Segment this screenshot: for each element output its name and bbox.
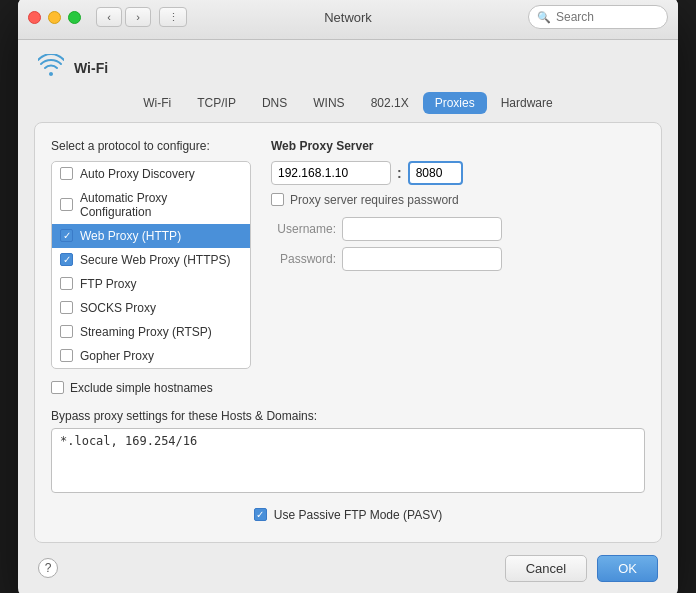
nav-buttons: ‹ ›	[96, 7, 151, 27]
exclude-row: Exclude simple hostnames	[51, 381, 251, 395]
bypass-title: Bypass proxy settings for these Hosts & …	[51, 409, 645, 423]
close-button[interactable]	[28, 11, 41, 24]
checkbox-exclude-hostnames[interactable]	[51, 381, 64, 394]
proxy-server-row: :	[271, 161, 645, 185]
search-icon: 🔍	[537, 11, 551, 24]
protocol-label: Streaming Proxy (RTSP)	[80, 325, 212, 339]
back-button[interactable]: ‹	[96, 7, 122, 27]
footer-bar: ? Cancel OK	[18, 543, 678, 594]
wifi-header: Wi-Fi	[18, 40, 678, 92]
help-button[interactable]: ?	[38, 558, 58, 578]
traffic-lights	[28, 11, 81, 24]
username-input[interactable]	[342, 217, 502, 241]
checkbox-secure-web-proxy[interactable]: ✓	[60, 253, 73, 266]
protocol-label: Gopher Proxy	[80, 349, 154, 363]
protocol-streaming-proxy[interactable]: Streaming Proxy (RTSP)	[52, 320, 250, 344]
proxy-port-input[interactable]	[408, 161, 463, 185]
tab-8021x[interactable]: 802.1X	[359, 92, 421, 114]
wifi-label: Wi-Fi	[74, 60, 108, 76]
checkbox-pasv[interactable]: ✓	[254, 508, 267, 521]
wifi-icon	[38, 54, 64, 82]
ok-button[interactable]: OK	[597, 555, 658, 582]
protocol-secure-web-proxy[interactable]: ✓ Secure Web Proxy (HTTPS)	[52, 248, 250, 272]
password-check-row: Proxy server requires password	[271, 193, 645, 207]
bypass-section: Bypass proxy settings for these Hosts & …	[51, 409, 645, 496]
pasv-label: Use Passive FTP Mode (PASV)	[274, 508, 442, 522]
pasv-row: ✓ Use Passive FTP Mode (PASV)	[51, 508, 645, 522]
proxy-server-title: Web Proxy Server	[271, 139, 645, 153]
tab-wins[interactable]: WINS	[301, 92, 356, 114]
forward-button[interactable]: ›	[125, 7, 151, 27]
exclude-label: Exclude simple hostnames	[70, 381, 213, 395]
username-label: Username:	[271, 222, 336, 236]
proxy-server-section: Web Proxy Server : Proxy server requires…	[271, 139, 645, 271]
titlebar: ‹ › ⋮ Network 🔍	[18, 0, 678, 40]
protocol-auto-proxy-discovery[interactable]: Auto Proxy Discovery	[52, 162, 250, 186]
content-grid: Select a protocol to configure: Auto Pro…	[51, 139, 645, 403]
protocol-label: Automatic Proxy Configuration	[80, 191, 242, 219]
password-row: Password:	[271, 247, 645, 271]
tab-hardware[interactable]: Hardware	[489, 92, 565, 114]
content-area: Select a protocol to configure: Auto Pro…	[34, 122, 662, 543]
grid-button[interactable]: ⋮	[159, 7, 187, 27]
tabs-bar: Wi-Fi TCP/IP DNS WINS 802.1X Proxies Har…	[18, 92, 678, 122]
protocol-gopher-proxy[interactable]: Gopher Proxy	[52, 344, 250, 368]
checkbox-web-proxy-http[interactable]: ✓	[60, 229, 73, 242]
cancel-button[interactable]: Cancel	[505, 555, 587, 582]
tab-tcpip[interactable]: TCP/IP	[185, 92, 248, 114]
protocol-label: Web Proxy (HTTP)	[80, 229, 181, 243]
protocol-label: FTP Proxy	[80, 277, 136, 291]
tab-dns[interactable]: DNS	[250, 92, 299, 114]
password-input[interactable]	[342, 247, 502, 271]
protocol-ftp-proxy[interactable]: FTP Proxy	[52, 272, 250, 296]
left-panel: Select a protocol to configure: Auto Pro…	[51, 139, 251, 403]
protocol-label: Secure Web Proxy (HTTPS)	[80, 253, 230, 267]
tab-wifi[interactable]: Wi-Fi	[131, 92, 183, 114]
checkbox-streaming-proxy[interactable]	[60, 325, 73, 338]
password-label: Password:	[271, 252, 336, 266]
checkbox-socks-proxy[interactable]	[60, 301, 73, 314]
bypass-textarea[interactable]: *.local, 169.254/16	[51, 428, 645, 493]
protocol-panel-title: Select a protocol to configure:	[51, 139, 251, 153]
right-panel: Web Proxy Server : Proxy server requires…	[271, 139, 645, 403]
protocol-label: SOCKS Proxy	[80, 301, 156, 315]
checkbox-ftp-proxy[interactable]	[60, 277, 73, 290]
username-row: Username:	[271, 217, 645, 241]
maximize-button[interactable]	[68, 11, 81, 24]
main-window: ‹ › ⋮ Network 🔍 Wi-Fi Wi-Fi TCP/IP DNS W…	[18, 0, 678, 593]
search-input[interactable]	[556, 10, 656, 24]
proxy-ip-input[interactable]	[271, 161, 391, 185]
tab-proxies[interactable]: Proxies	[423, 92, 487, 114]
search-box[interactable]: 🔍	[528, 5, 668, 29]
protocol-auto-proxy-config[interactable]: Automatic Proxy Configuration	[52, 186, 250, 224]
password-check-label: Proxy server requires password	[290, 193, 459, 207]
protocol-socks-proxy[interactable]: SOCKS Proxy	[52, 296, 250, 320]
checkbox-gopher-proxy[interactable]	[60, 349, 73, 362]
protocol-label: Auto Proxy Discovery	[80, 167, 195, 181]
colon-separator: :	[397, 165, 402, 181]
checkbox-auto-proxy-discovery[interactable]	[60, 167, 73, 180]
protocol-list: Auto Proxy Discovery Automatic Proxy Con…	[51, 161, 251, 369]
window-title: Network	[324, 10, 372, 25]
checkbox-auto-proxy-config[interactable]	[60, 198, 73, 211]
checkbox-requires-password[interactable]	[271, 193, 284, 206]
protocol-web-proxy-http[interactable]: ✓ Web Proxy (HTTP)	[52, 224, 250, 248]
minimize-button[interactable]	[48, 11, 61, 24]
